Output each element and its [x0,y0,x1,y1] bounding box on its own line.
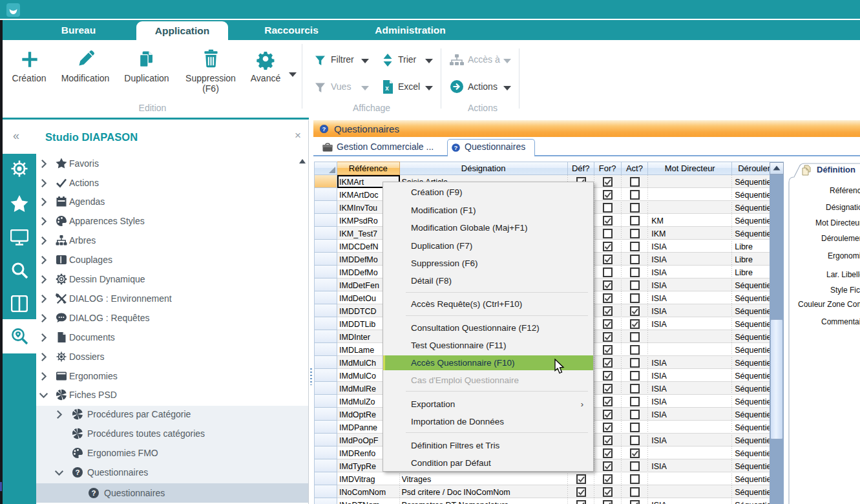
svg-text:x: x [385,85,389,92]
svg-text:?: ? [322,125,326,132]
svg-text:?: ? [454,144,458,151]
svg-text:?: ? [75,468,79,476]
svg-text:?: ? [91,489,96,497]
